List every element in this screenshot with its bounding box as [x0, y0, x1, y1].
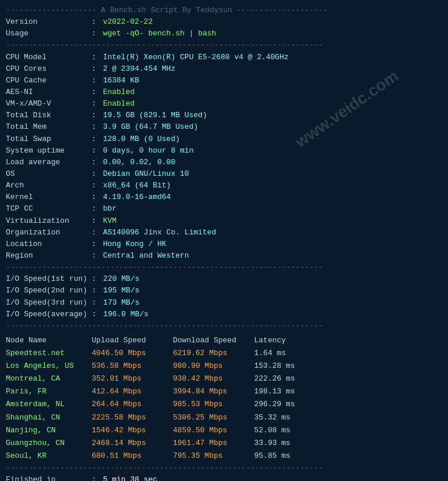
- row-latency: 52.08 ms: [254, 424, 312, 437]
- org-value: AS140096 Jinx Co. Limited: [103, 227, 216, 238]
- tcp-label: TCP CC: [6, 203, 87, 215]
- row-node: Amsterdam, NL: [6, 398, 92, 411]
- col-upload-header: Upload Speed: [92, 334, 173, 347]
- uptime-value: 0 days, 0 hour 8 min: [103, 145, 193, 157]
- os-row: OS : Debian GNU/Linux 10: [6, 168, 442, 180]
- arch-label: Arch: [6, 180, 87, 191]
- cpu-cores-value: 2 @ 2394.454 MHz: [103, 63, 175, 75]
- io2-row: I/O Speed(2nd run) : 195 MB/s: [6, 285, 442, 296]
- disk-value: 19.5 GB (829.1 MB Used): [103, 110, 207, 121]
- cpu-model-row: CPU Model : Intel(R) Xeon(R) CPU E5-2680…: [6, 52, 442, 63]
- cpu-model-value: Intel(R) Xeon(R) CPU E5-2680 v4 @ 2.40GH…: [103, 52, 288, 63]
- row-download: 6219.62 Mbps: [173, 347, 254, 360]
- vm-label: VM-x/AMD-V: [6, 98, 87, 110]
- region-value: Central and Western: [103, 250, 189, 262]
- row-download: 795.35 Mbps: [173, 450, 254, 462]
- region-row: Region : Central and Western: [6, 250, 442, 262]
- aes-row: AES-NI : Enabled: [6, 86, 442, 98]
- swap-label: Total Swap: [6, 133, 87, 145]
- io3-label: I/O Speed(3rd run): [6, 297, 87, 309]
- table-row: Amsterdam, NL 264.64 Mbps 985.53 Mbps 29…: [6, 398, 442, 411]
- table-row: Seoul, KR 680.51 Mbps 795.35 Mbps 95.85 …: [6, 450, 442, 462]
- row-download: 4859.50 Mbps: [173, 424, 254, 437]
- row-upload: 352.01 Mbps: [92, 372, 173, 385]
- loc-value: Hong Kong / HK: [103, 238, 166, 250]
- divider-1: ----------------------------------------…: [6, 39, 442, 51]
- tcp-value: bbr: [103, 203, 116, 215]
- row-download: 938.42 Mbps: [173, 372, 254, 385]
- divider-2: ----------------------------------------…: [6, 262, 442, 273]
- ioavg-row: I/O Speed(average) : 196.0 MB/s: [6, 309, 442, 320]
- cpu-cores-label: CPU Cores: [6, 63, 87, 75]
- virt-row: Virtualization : KVM: [6, 215, 442, 227]
- io2-value: 195 MB/s: [103, 285, 139, 296]
- row-download: 5306.25 Mbps: [173, 411, 254, 424]
- row-latency: 95.85 ms: [254, 450, 312, 462]
- io1-value: 220 MB/s: [103, 273, 139, 285]
- table-row: Speedtest.net 4046.50 Mbps 6219.62 Mbps …: [6, 347, 442, 360]
- io3-row: I/O Speed(3rd run) : 173 MB/s: [6, 297, 442, 309]
- col-download-header: Download Speed: [173, 334, 254, 347]
- tcp-row: TCP CC : bbr: [6, 203, 442, 215]
- divider-4: ----------------------------------------…: [6, 462, 442, 474]
- load-label: Load average: [6, 157, 87, 168]
- org-row: Organization : AS140096 Jinx Co. Limited: [6, 227, 442, 238]
- region-label: Region: [6, 250, 87, 262]
- arch-value: x86_64 (64 Bit): [103, 180, 171, 191]
- table-row: Paris, FR 412.64 Mbps 3994.84 Mbps 198.1…: [6, 385, 442, 398]
- row-node: Montreal, CA: [6, 372, 92, 385]
- header-divider: -------------------- A Bench.sh Script B…: [6, 5, 442, 16]
- table-row: Montreal, CA 352.01 Mbps 938.42 Mbps 222…: [6, 372, 442, 385]
- row-upload: 412.64 Mbps: [92, 385, 173, 398]
- row-download: 1961.47 Mbps: [173, 437, 254, 450]
- vm-value: Enabled: [103, 98, 135, 110]
- row-node: Los Angeles, US: [6, 360, 92, 372]
- row-latency: 296.29 ms: [254, 398, 312, 411]
- version-value: v2022-02-22: [103, 16, 153, 28]
- kernel-value: 4.19.0-16-amd64: [103, 191, 171, 203]
- row-latency: 33.93 ms: [254, 437, 312, 450]
- table-row: Guangzhou, CN 2468.14 Mbps 1961.47 Mbps …: [6, 437, 442, 450]
- loc-row: Location : Hong Kong / HK: [6, 238, 442, 250]
- row-node: Speedtest.net: [6, 347, 92, 360]
- loc-label: Location: [6, 238, 87, 250]
- row-node: Shanghai, CN: [6, 411, 92, 424]
- mem-row: Total Mem : 3.9 GB (64.7 MB Used): [6, 121, 442, 133]
- kernel-row: Kernel : 4.19.0-16-amd64: [6, 191, 442, 203]
- disk-label: Total Disk: [6, 110, 87, 121]
- finished-value: 5 min 38 sec: [103, 474, 157, 481]
- kernel-label: Kernel: [6, 191, 87, 203]
- row-latency: 198.13 ms: [254, 385, 312, 398]
- row-node: Seoul, KR: [6, 450, 92, 462]
- usage-label: Usage: [6, 28, 87, 39]
- uptime-label: System uptime: [6, 145, 87, 157]
- virt-label: Virtualization: [6, 215, 87, 227]
- row-node: Guangzhou, CN: [6, 437, 92, 450]
- finished-label: Finished in: [6, 474, 87, 481]
- row-download: 3994.84 Mbps: [173, 385, 254, 398]
- uptime-row: System uptime : 0 days, 0 hour 8 min: [6, 145, 442, 157]
- load-row: Load average : 0.00, 0.02, 0.00: [6, 157, 442, 168]
- vm-row: VM-x/AMD-V : Enabled: [6, 98, 442, 110]
- mem-value: 3.9 GB (64.7 MB Used): [103, 121, 198, 133]
- virt-value: KVM: [103, 215, 116, 227]
- row-upload: 536.58 Mbps: [92, 360, 173, 372]
- disk-row: Total Disk : 19.5 GB (829.1 MB Used): [6, 110, 442, 121]
- table-header: Node Name Upload Speed Download Speed La…: [6, 334, 442, 347]
- divider-3: ----------------------------------------…: [6, 320, 442, 332]
- version-label: Version: [6, 16, 87, 28]
- row-latency: 153.28 ms: [254, 360, 312, 372]
- cpu-cache-value: 16384 KB: [103, 75, 139, 86]
- ioavg-label: I/O Speed(average): [6, 309, 87, 320]
- cpu-cache-row: CPU Cache : 16384 KB: [6, 75, 442, 86]
- version-row: Version : v2022-02-22: [6, 16, 442, 28]
- row-upload: 2468.14 Mbps: [92, 437, 173, 450]
- usage-value: wget -qO- bench.sh | bash: [103, 28, 216, 39]
- os-label: OS: [6, 168, 87, 180]
- cpu-cores-row: CPU Cores : 2 @ 2394.454 MHz: [6, 63, 442, 75]
- usage-row: Usage : wget -qO- bench.sh | bash: [6, 28, 442, 39]
- aes-label: AES-NI: [6, 86, 87, 98]
- row-latency: 222.26 ms: [254, 372, 312, 385]
- row-upload: 680.51 Mbps: [92, 450, 173, 462]
- swap-row: Total Swap : 128.0 MB (0 Used): [6, 133, 442, 145]
